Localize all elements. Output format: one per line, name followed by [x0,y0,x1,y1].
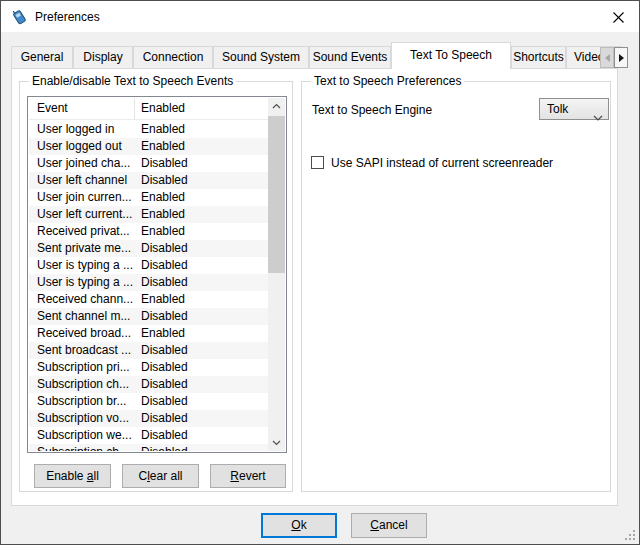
event-cell: User left current... [29,206,135,223]
tab-connection[interactable]: Connection [133,46,213,68]
event-cell: User logged in [29,121,135,138]
arrow-right-icon [619,54,624,62]
chevron-down-icon [272,440,281,446]
event-cell: Sent private me... [29,240,135,257]
enabled-cell: Disabled [135,172,268,189]
enabled-cell: Disabled [135,308,268,325]
enabled-cell: Enabled [135,223,268,240]
event-cell: Received privat... [29,223,135,240]
table-row[interactable]: Subscription ch... Disabled [29,376,268,393]
revert-button[interactable]: Revert [210,464,286,488]
sapi-checkbox[interactable] [311,156,324,169]
tab-text-to-speech[interactable]: Text To Speech [391,42,511,69]
table-row[interactable]: User logged out Enabled [29,138,268,155]
preferences-dialog: Preferences General Display Connection S… [0,0,640,545]
enable-all-button[interactable]: Enable all [34,464,111,488]
clear-all-button[interactable]: Clear all [122,464,199,488]
close-icon [613,12,624,23]
tts-engine-value: Tolk [547,102,568,116]
tts-events-table: Event Enabled User logged in Enabled Use… [27,96,287,453]
vertical-scrollbar[interactable] [268,98,285,451]
scroll-up-button[interactable] [268,98,285,114]
tab-general[interactable]: General [11,46,73,68]
table-row[interactable]: User left channel Disabled [29,172,268,189]
table-row[interactable]: User join curren... Enabled [29,189,268,206]
enabled-cell: Disabled [135,155,268,172]
enabled-cell: Enabled [135,206,268,223]
table-row[interactable]: Received chann... Enabled [29,291,268,308]
sapi-checkbox-row[interactable]: Use SAPI instead of current screenreader [311,155,553,170]
event-cell: Subscription we... [29,427,135,444]
ok-button[interactable]: Ok [261,513,337,538]
resize-grip-icon [623,528,636,541]
table-row[interactable]: Subscription pri... Disabled [29,359,268,376]
table-header: Event Enabled [29,98,268,120]
event-cell: User join curren... [29,189,135,206]
table-row[interactable]: Sent broadcast ... Disabled [29,342,268,359]
table-row[interactable]: User is typing a ... Disabled [29,274,268,291]
enabled-cell: Enabled [135,138,268,155]
column-header-enabled[interactable]: Enabled [135,98,268,119]
event-cell: User logged out [29,138,135,155]
tab-sound-events[interactable]: Sound Events [309,46,391,68]
scrollbar-thumb[interactable] [268,116,285,273]
table-row[interactable]: Sent private me... Disabled [29,240,268,257]
table-row[interactable]: Subscription vo... Disabled [29,410,268,427]
close-button[interactable] [602,4,634,30]
table-body: User logged in Enabled User logged out E… [29,121,268,451]
scroll-down-button[interactable] [268,435,285,451]
column-header-event[interactable]: Event [29,98,135,119]
tab-sound-system[interactable]: Sound System [213,46,309,68]
enabled-cell: Disabled [135,257,268,274]
cancel-button[interactable]: Cancel [351,513,427,538]
table-row[interactable]: Subscription br... Disabled [29,393,268,410]
app-icon [11,8,28,25]
table-row[interactable]: Sent channel m... Disabled [29,308,268,325]
table-row[interactable]: Subscription we... Disabled [29,427,268,444]
table-row[interactable]: User is typing a ... Disabled [29,257,268,274]
enabled-cell: Disabled [135,410,268,427]
event-cell: User joined cha... [29,155,135,172]
enabled-cell: Enabled [135,121,268,138]
enabled-cell: Disabled [135,359,268,376]
chevron-down-icon [593,107,603,127]
tts-preferences-groupbox: Text to Speech Preferences Text to Speec… [301,81,611,492]
resize-grip[interactable] [623,528,636,541]
tab-shortcuts[interactable]: Shortcuts [511,46,566,68]
event-cell: Sent channel m... [29,308,135,325]
tab-scroll-left-button[interactable] [600,47,614,68]
enabled-cell: Enabled [135,291,268,308]
enabled-cell: Disabled [135,342,268,359]
enabled-cell: Disabled [135,274,268,291]
enabled-cell: Enabled [135,325,268,342]
event-cell: User is typing a ... [29,274,135,291]
enabled-cell: Disabled [135,444,268,451]
event-cell: Received chann... [29,291,135,308]
tab-scroll-right-button[interactable] [614,47,628,68]
event-cell: User is typing a ... [29,257,135,274]
event-cell: Subscription br... [29,393,135,410]
chevron-up-icon [272,103,281,109]
event-cell: Subscription vo... [29,410,135,427]
titlebar: Preferences [1,1,639,32]
event-cell: Subscription ch... [29,444,135,451]
table-row[interactable]: Subscription ch... Disabled [29,444,268,451]
arrow-left-icon [605,54,610,62]
event-cell: Subscription ch... [29,376,135,393]
event-cell: Subscription pri... [29,359,135,376]
table-row[interactable]: User logged in Enabled [29,121,268,138]
tts-engine-select[interactable]: Tolk [539,98,609,120]
tts-preferences-group-title: Text to Speech Preferences [311,74,464,88]
table-row[interactable]: User left current... Enabled [29,206,268,223]
table-row[interactable]: Received broad... Enabled [29,325,268,342]
table-row[interactable]: User joined cha... Disabled [29,155,268,172]
enabled-cell: Enabled [135,189,268,206]
tab-page-text-to-speech: Enable/disable Text to Speech Events Eve… [11,68,618,506]
tab-display[interactable]: Display [73,46,133,68]
event-cell: Received broad... [29,325,135,342]
tts-events-group-title: Enable/disable Text to Speech Events [29,74,236,88]
enabled-cell: Disabled [135,376,268,393]
table-row[interactable]: Received privat... Enabled [29,223,268,240]
enabled-cell: Disabled [135,240,268,257]
tts-events-groupbox: Enable/disable Text to Speech Events Eve… [19,81,293,492]
